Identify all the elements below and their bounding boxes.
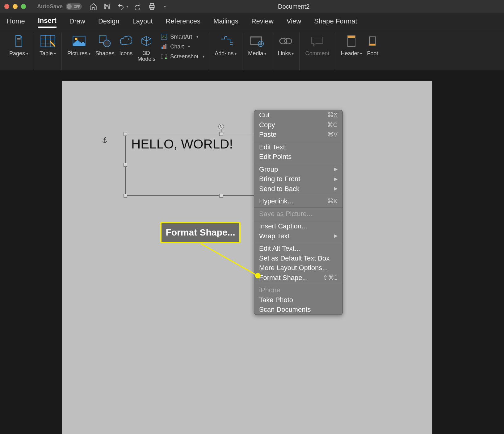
ctx-save-as-picture: Save as Picture... [254, 209, 342, 219]
svg-point-14 [75, 38, 77, 40]
chevron-down-icon: ▾ [264, 52, 266, 56]
resize-handle-bl[interactable] [124, 194, 127, 198]
3d-models-button[interactable]: 3D Models [136, 32, 157, 62]
group-illustrations: Pictures▾ Shapes Icons 3D [62, 32, 209, 70]
ctx-set-default-text-box[interactable]: Set as Default Text Box [254, 253, 342, 263]
ctx-edit-points[interactable]: Edit Points [254, 152, 342, 162]
chart-icon [160, 43, 168, 50]
tab-view[interactable]: View [287, 15, 301, 27]
group-pages: Pages▾ [4, 32, 34, 70]
rotate-handle[interactable]: ↻ [218, 124, 224, 129]
chart-label: Chart [170, 44, 184, 50]
comment-icon [310, 32, 324, 50]
shapes-button[interactable]: Shapes [94, 32, 116, 57]
comment-label: Comment [305, 50, 329, 57]
table-label: Table [40, 50, 53, 57]
submenu-arrow-icon: ▶ [334, 176, 338, 182]
svg-point-34 [104, 137, 105, 138]
undo-icon[interactable]: ▾ [117, 3, 128, 10]
tab-review[interactable]: Review [251, 15, 274, 27]
chart-button[interactable]: Chart ▾ [160, 42, 190, 51]
tab-mailings[interactable]: Mailings [213, 15, 238, 27]
screenshot-button[interactable]: + Screenshot ▾ [160, 52, 204, 61]
tab-draw[interactable]: Draw [69, 15, 85, 27]
maximize-window-button[interactable] [21, 4, 26, 9]
ctx-copy[interactable]: Copy⌘C [254, 120, 342, 130]
minimize-window-button[interactable] [13, 4, 18, 9]
resize-handle-lm[interactable] [124, 163, 127, 167]
chevron-down-icon: ▾ [235, 52, 237, 56]
group-table: Table▾ [34, 32, 62, 70]
links-label: Links [278, 50, 291, 57]
context-menu: Cut⌘X Copy⌘C Paste⌘V Edit Text Edit Poin… [254, 110, 343, 315]
pictures-button[interactable]: Pictures▾ [66, 32, 92, 57]
icons-label: Icons [119, 50, 132, 57]
ctx-edit-alt-text[interactable]: Edit Alt Text... [254, 244, 342, 253]
svg-rect-0 [106, 4, 108, 6]
ctx-insert-caption[interactable]: Insert Caption... [254, 221, 342, 231]
addins-label: Add-ins [215, 50, 233, 57]
ctx-hyperlink[interactable]: Hyperlink...⌘K [254, 196, 342, 206]
annotation-callout: Format Shape... [160, 222, 241, 243]
submenu-arrow-icon: ▶ [334, 186, 338, 192]
ctx-more-layout-options[interactable]: More Layout Options... [254, 263, 342, 273]
ctx-group[interactable]: Group▶ [254, 165, 342, 174]
print-icon[interactable] [148, 2, 156, 10]
footer-button[interactable]: Foot [366, 32, 379, 57]
chevron-down-icon: ▾ [360, 52, 362, 56]
group-links: Links▾ [272, 32, 300, 70]
svg-rect-8 [41, 35, 55, 47]
svg-rect-20 [163, 45, 165, 49]
redo-icon[interactable] [134, 3, 142, 10]
group-addins: Add-ins▾ [209, 32, 242, 70]
autosave-switch[interactable]: OFF [66, 3, 82, 10]
links-button[interactable]: Links▾ [276, 32, 295, 57]
ctx-take-photo[interactable]: Take Photo [254, 295, 342, 305]
document-canvas[interactable]: ↻ HELLO, WORLD! [0, 70, 504, 434]
icons-button[interactable]: Icons [118, 32, 134, 57]
ctx-paste[interactable]: Paste⌘V [254, 130, 342, 140]
tab-design[interactable]: Design [98, 15, 119, 27]
ctx-iphone-header: iPhone [254, 285, 342, 295]
table-icon [40, 32, 55, 50]
autosave-label: AutoSave [37, 3, 63, 10]
ctx-format-shape[interactable]: Format Shape...⇧⌘1 [254, 273, 342, 283]
addins-button[interactable]: Add-ins▾ [213, 32, 238, 57]
header-label: Header [341, 50, 359, 57]
svg-text:+: + [166, 57, 166, 59]
ctx-send-to-back[interactable]: Send to Back▶ [254, 184, 342, 194]
resize-handle-tl[interactable] [124, 132, 127, 136]
tab-layout[interactable]: Layout [132, 15, 153, 27]
table-button[interactable]: Table▾ [38, 32, 57, 57]
home-icon[interactable] [89, 2, 97, 10]
screenshot-icon: + [160, 53, 168, 60]
autosave-toggle[interactable]: AutoSave OFF [37, 3, 82, 10]
ctx-bring-to-front[interactable]: Bring to Front▶ [254, 174, 342, 184]
footer-icon [368, 32, 376, 50]
pages-button[interactable]: Pages▾ [8, 32, 29, 57]
tab-shape-format[interactable]: Shape Format [314, 15, 357, 27]
tab-home[interactable]: Home [7, 15, 25, 27]
tab-references[interactable]: References [166, 15, 201, 27]
resize-handle-bm[interactable] [219, 194, 223, 198]
page[interactable]: ↻ HELLO, WORLD! [62, 81, 432, 434]
svg-rect-33 [370, 44, 376, 45]
comment-button[interactable]: Comment [304, 32, 330, 57]
ctx-cut[interactable]: Cut⌘X [254, 110, 342, 120]
qat-overflow-icon[interactable]: ▾ [164, 4, 166, 9]
ctx-edit-text[interactable]: Edit Text [254, 142, 342, 152]
smartart-button[interactable]: SmartArt ▾ [160, 32, 198, 41]
ctx-wrap-text[interactable]: Wrap Text▶ [254, 231, 342, 241]
close-window-button[interactable] [4, 4, 9, 9]
save-icon[interactable] [103, 3, 111, 10]
tab-insert[interactable]: Insert [38, 15, 57, 28]
titlebar: AutoSave OFF ▾ ▾ Document2 [0, 0, 504, 13]
autosave-off-text: OFF [74, 5, 80, 8]
shapes-label: Shapes [95, 50, 114, 57]
screenshot-label: Screenshot [170, 53, 198, 60]
chevron-down-icon: ▾ [292, 52, 294, 56]
media-button[interactable]: Media▾ [247, 32, 267, 57]
ctx-scan-documents[interactable]: Scan Documents [254, 305, 342, 315]
resize-handle-tm[interactable] [219, 132, 223, 136]
header-button[interactable]: Header▾ [339, 32, 363, 57]
